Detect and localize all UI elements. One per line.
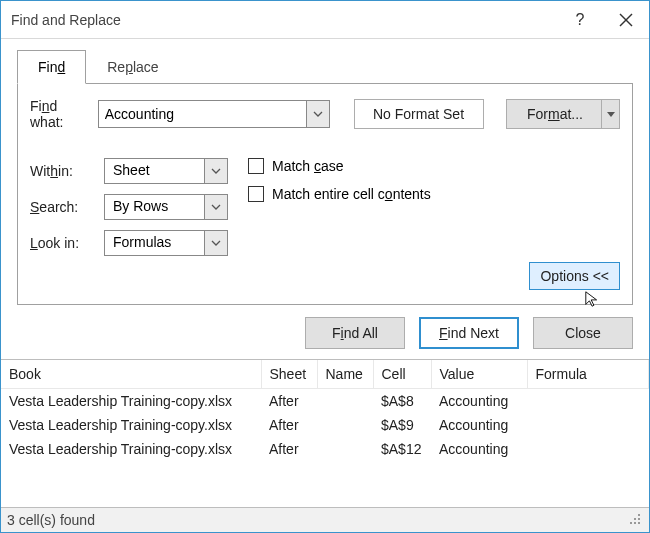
options-button[interactable]: Options << [529,262,620,290]
within-dropdown[interactable] [204,158,228,184]
cell-value: Accounting [431,437,527,461]
cell-name [317,437,373,461]
close-icon [619,13,633,27]
find-all-button[interactable]: Find All [305,317,405,349]
cell-book: Vesta Leadership Training-copy.xlsx [1,437,261,461]
checkbox-icon [248,186,264,202]
resize-grip-icon[interactable] [629,513,643,527]
cell-sheet: After [261,389,317,414]
cell-cell: $A$12 [373,437,431,461]
table-row[interactable]: Vesta Leadership Training-copy.xlsxAfter… [1,389,649,414]
chevron-down-icon [211,168,221,174]
col-cell[interactable]: Cell [373,360,431,389]
tab-find[interactable]: Find [17,50,86,84]
col-name[interactable]: Name [317,360,373,389]
caret-down-icon [607,112,615,117]
chevron-down-icon [313,111,323,117]
status-bar: 3 cell(s) found [1,507,649,532]
search-value: By Rows [104,194,204,220]
find-next-button[interactable]: Find Next [419,317,519,349]
lookin-select[interactable]: Formulas [104,230,234,256]
search-label: Search: [30,199,100,215]
find-what-dropdown[interactable] [306,100,330,128]
within-select[interactable]: Sheet [104,158,234,184]
cell-formula [527,389,649,414]
within-value: Sheet [104,158,204,184]
col-book[interactable]: Book [1,360,261,389]
cell-value: Accounting [431,389,527,414]
format-button[interactable]: Format... [506,99,602,129]
cell-name [317,389,373,414]
action-buttons: Find All Find Next Close [1,305,649,359]
cell-name [317,413,373,437]
find-replace-dialog: Find and Replace ? Find Replace Find wha… [0,0,650,533]
find-what-combo[interactable] [98,100,330,128]
cell-formula [527,437,649,461]
cell-sheet: After [261,437,317,461]
format-dropdown[interactable] [602,99,620,129]
lookin-value: Formulas [104,230,204,256]
match-entire-checkbox[interactable]: Match entire cell contents [248,186,431,202]
cell-cell: $A$8 [373,389,431,414]
checkbox-icon [248,158,264,174]
within-label: Within: [30,163,100,179]
match-case-checkbox[interactable]: Match case [248,158,431,174]
tab-strip: Find Replace [17,49,633,84]
find-what-input[interactable] [98,100,306,128]
cell-value: Accounting [431,413,527,437]
col-formula[interactable]: Formula [527,360,649,389]
table-row[interactable]: Vesta Leadership Training-copy.xlsxAfter… [1,413,649,437]
status-text: 3 cell(s) found [7,512,95,528]
col-sheet[interactable]: Sheet [261,360,317,389]
results-table: Book Sheet Name Cell Value Formula Vesta… [1,359,649,507]
close-button[interactable] [603,1,649,39]
cell-book: Vesta Leadership Training-copy.xlsx [1,389,261,414]
titlebar: Find and Replace ? [1,1,649,39]
lookin-dropdown[interactable] [204,230,228,256]
match-case-label: Match case [272,158,344,174]
table-row[interactable]: Vesta Leadership Training-copy.xlsxAfter… [1,437,649,461]
search-dropdown[interactable] [204,194,228,220]
cell-formula [527,413,649,437]
search-select[interactable]: By Rows [104,194,234,220]
col-value[interactable]: Value [431,360,527,389]
help-button[interactable]: ? [557,1,603,39]
cell-book: Vesta Leadership Training-copy.xlsx [1,413,261,437]
close-dialog-button[interactable]: Close [533,317,633,349]
cell-sheet: After [261,413,317,437]
chevron-down-icon [211,240,221,246]
lookin-label: Look in: [30,235,100,251]
results-header-row: Book Sheet Name Cell Value Formula [1,360,649,389]
find-what-label: Find what: [30,98,90,130]
tab-replace[interactable]: Replace [86,50,179,84]
chevron-down-icon [211,204,221,210]
window-title: Find and Replace [11,12,557,28]
find-panel: Find what: No Format Set Format... Withi… [17,84,633,305]
no-format-set-button[interactable]: No Format Set [354,99,484,129]
cell-cell: $A$9 [373,413,431,437]
match-entire-label: Match entire cell contents [272,186,431,202]
